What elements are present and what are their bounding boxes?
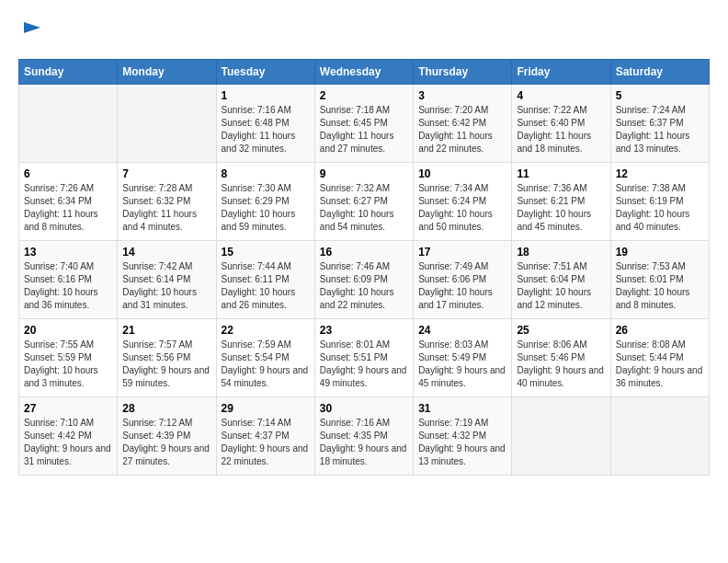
calendar-cell: 20Sunrise: 7:55 AMSunset: 5:59 PMDayligh… (19, 318, 118, 396)
day-number: 5 (616, 89, 704, 102)
day-info: Sunrise: 7:38 AMSunset: 6:19 PMDaylight:… (616, 182, 704, 234)
calendar-week-5: 27Sunrise: 7:10 AMSunset: 4:42 PMDayligh… (19, 396, 710, 475)
day-number: 15 (222, 246, 310, 259)
calendar-cell: 24Sunrise: 8:03 AMSunset: 5:49 PMDayligh… (414, 318, 512, 396)
day-info: Sunrise: 7:12 AMSunset: 4:39 PMDaylight:… (122, 417, 210, 468)
calendar-cell: 30Sunrise: 7:16 AMSunset: 4:35 PMDayligh… (314, 396, 413, 475)
day-info: Sunrise: 7:40 AMSunset: 6:16 PMDaylight:… (24, 260, 112, 312)
weekday-header-friday: Friday (512, 59, 610, 84)
calendar-cell: 7Sunrise: 7:28 AMSunset: 6:32 PMDaylight… (118, 162, 216, 240)
day-number: 8 (222, 167, 310, 180)
weekday-header-monday: Monday (118, 59, 216, 84)
logo (18, 18, 46, 50)
day-number: 29 (222, 402, 310, 415)
weekday-header-sunday: Sunday (19, 59, 118, 84)
day-info: Sunrise: 7:55 AMSunset: 5:59 PMDaylight:… (24, 339, 112, 390)
day-info: Sunrise: 7:22 AMSunset: 6:40 PMDaylight:… (517, 104, 605, 155)
calendar-cell: 29Sunrise: 7:14 AMSunset: 4:37 PMDayligh… (216, 396, 314, 475)
day-number: 16 (320, 246, 408, 259)
calendar-cell (19, 84, 118, 162)
day-info: Sunrise: 7:30 AMSunset: 6:29 PMDaylight:… (222, 182, 310, 234)
day-number: 12 (616, 167, 704, 180)
calendar-cell: 21Sunrise: 7:57 AMSunset: 5:56 PMDayligh… (118, 318, 216, 396)
calendar-cell (512, 396, 610, 475)
day-info: Sunrise: 7:49 AMSunset: 6:06 PMDaylight:… (418, 260, 506, 312)
calendar-week-2: 6Sunrise: 7:26 AMSunset: 6:34 PMDaylight… (19, 162, 710, 240)
day-info: Sunrise: 8:03 AMSunset: 5:49 PMDaylight:… (418, 339, 506, 390)
day-number: 1 (222, 89, 310, 102)
day-info: Sunrise: 7:46 AMSunset: 6:09 PMDaylight:… (320, 260, 408, 312)
day-number: 7 (122, 167, 210, 180)
day-info: Sunrise: 7:36 AMSunset: 6:21 PMDaylight:… (517, 182, 605, 234)
day-info: Sunrise: 7:20 AMSunset: 6:42 PMDaylight:… (418, 104, 506, 155)
day-number: 22 (222, 324, 310, 337)
calendar-header: SundayMondayTuesdayWednesdayThursdayFrid… (19, 59, 710, 84)
calendar-cell: 8Sunrise: 7:30 AMSunset: 6:29 PMDaylight… (216, 162, 314, 240)
day-number: 4 (517, 89, 605, 102)
day-info: Sunrise: 8:01 AMSunset: 5:51 PMDaylight:… (320, 339, 408, 390)
day-number: 10 (418, 167, 506, 180)
calendar-cell: 10Sunrise: 7:34 AMSunset: 6:24 PMDayligh… (414, 162, 512, 240)
day-info: Sunrise: 7:14 AMSunset: 4:37 PMDaylight:… (222, 417, 310, 468)
day-number: 26 (616, 324, 704, 337)
calendar-cell: 17Sunrise: 7:49 AMSunset: 6:06 PMDayligh… (414, 240, 512, 318)
calendar-cell: 27Sunrise: 7:10 AMSunset: 4:42 PMDayligh… (19, 396, 118, 475)
day-number: 21 (122, 324, 210, 337)
day-number: 20 (24, 324, 112, 337)
day-number: 11 (517, 167, 605, 180)
day-number: 19 (616, 246, 704, 259)
day-number: 9 (320, 167, 408, 180)
day-number: 28 (122, 402, 210, 415)
calendar-week-4: 20Sunrise: 7:55 AMSunset: 5:59 PMDayligh… (19, 318, 710, 396)
calendar-cell: 28Sunrise: 7:12 AMSunset: 4:39 PMDayligh… (118, 396, 216, 475)
day-info: Sunrise: 7:24 AMSunset: 6:37 PMDaylight:… (616, 104, 704, 155)
day-info: Sunrise: 7:10 AMSunset: 4:42 PMDaylight:… (24, 417, 112, 468)
calendar-cell: 13Sunrise: 7:40 AMSunset: 6:16 PMDayligh… (19, 240, 118, 318)
calendar-cell: 25Sunrise: 8:06 AMSunset: 5:46 PMDayligh… (512, 318, 610, 396)
weekday-header-wednesday: Wednesday (314, 59, 413, 84)
calendar-cell (610, 396, 709, 475)
calendar-cell: 18Sunrise: 7:51 AMSunset: 6:04 PMDayligh… (512, 240, 610, 318)
day-number: 24 (418, 324, 506, 337)
calendar-cell: 4Sunrise: 7:22 AMSunset: 6:40 PMDaylight… (512, 84, 610, 162)
day-info: Sunrise: 7:28 AMSunset: 6:32 PMDaylight:… (122, 182, 210, 234)
day-info: Sunrise: 7:42 AMSunset: 6:14 PMDaylight:… (122, 260, 210, 312)
day-number: 25 (517, 324, 605, 337)
logo-flag-icon (20, 18, 46, 44)
calendar-cell: 26Sunrise: 8:08 AMSunset: 5:44 PMDayligh… (610, 318, 709, 396)
calendar-cell (118, 84, 216, 162)
weekday-header-thursday: Thursday (414, 59, 512, 84)
page-header (18, 18, 710, 50)
day-info: Sunrise: 7:16 AMSunset: 6:48 PMDaylight:… (222, 104, 310, 155)
day-number: 3 (418, 89, 506, 102)
day-info: Sunrise: 7:53 AMSunset: 6:01 PMDaylight:… (616, 260, 704, 312)
day-info: Sunrise: 7:34 AMSunset: 6:24 PMDaylight:… (418, 182, 506, 234)
day-info: Sunrise: 7:26 AMSunset: 6:34 PMDaylight:… (24, 182, 112, 234)
calendar-cell: 6Sunrise: 7:26 AMSunset: 6:34 PMDaylight… (19, 162, 118, 240)
day-info: Sunrise: 7:16 AMSunset: 4:35 PMDaylight:… (320, 417, 408, 468)
calendar-cell: 19Sunrise: 7:53 AMSunset: 6:01 PMDayligh… (610, 240, 709, 318)
day-info: Sunrise: 7:51 AMSunset: 6:04 PMDaylight:… (517, 260, 605, 312)
day-number: 18 (517, 246, 605, 259)
calendar-cell: 14Sunrise: 7:42 AMSunset: 6:14 PMDayligh… (118, 240, 216, 318)
day-number: 14 (122, 246, 210, 259)
calendar-cell: 15Sunrise: 7:44 AMSunset: 6:11 PMDayligh… (216, 240, 314, 318)
day-info: Sunrise: 7:19 AMSunset: 4:32 PMDaylight:… (418, 417, 506, 468)
day-number: 23 (320, 324, 408, 337)
weekday-header-saturday: Saturday (610, 59, 709, 84)
day-number: 17 (418, 246, 506, 259)
calendar-cell: 9Sunrise: 7:32 AMSunset: 6:27 PMDaylight… (314, 162, 413, 240)
day-number: 2 (320, 89, 408, 102)
calendar-cell: 16Sunrise: 7:46 AMSunset: 6:09 PMDayligh… (314, 240, 413, 318)
day-number: 31 (418, 402, 506, 415)
calendar-cell: 11Sunrise: 7:36 AMSunset: 6:21 PMDayligh… (512, 162, 610, 240)
calendar-cell: 23Sunrise: 8:01 AMSunset: 5:51 PMDayligh… (314, 318, 413, 396)
day-info: Sunrise: 8:06 AMSunset: 5:46 PMDaylight:… (517, 339, 605, 390)
weekday-row: SundayMondayTuesdayWednesdayThursdayFrid… (19, 59, 710, 84)
calendar-cell: 22Sunrise: 7:59 AMSunset: 5:54 PMDayligh… (216, 318, 314, 396)
calendar-week-3: 13Sunrise: 7:40 AMSunset: 6:16 PMDayligh… (19, 240, 710, 318)
day-number: 6 (24, 167, 112, 180)
day-info: Sunrise: 8:08 AMSunset: 5:44 PMDaylight:… (616, 339, 704, 390)
day-info: Sunrise: 7:57 AMSunset: 5:56 PMDaylight:… (122, 339, 210, 390)
day-number: 30 (320, 402, 408, 415)
